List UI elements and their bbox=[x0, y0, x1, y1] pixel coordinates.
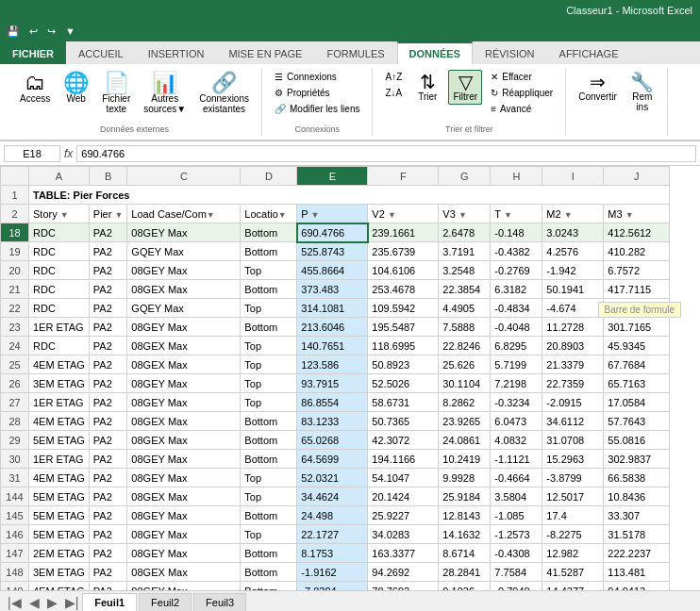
cell-148-1[interactable]: PA2 bbox=[89, 563, 127, 582]
cell-24-6[interactable]: 22.8246 bbox=[439, 337, 491, 355]
cell-21-8[interactable]: 50.1941 bbox=[542, 280, 604, 299]
cell-147-9[interactable]: 222.2237 bbox=[604, 544, 670, 563]
cell-30-0[interactable]: 1ER ETAG bbox=[29, 450, 90, 469]
cell-27-4[interactable]: 86.8554 bbox=[297, 393, 368, 412]
cell-19-1[interactable]: PA2 bbox=[89, 242, 127, 261]
cell-147-0[interactable]: 2EM ETAG bbox=[29, 544, 90, 563]
col-header-F[interactable]: F bbox=[368, 167, 439, 186]
cell-146-2[interactable]: 08GEY Max bbox=[127, 525, 241, 544]
cell-30-4[interactable]: 64.5699 bbox=[297, 450, 368, 469]
cell-22-4[interactable]: 314.1081 bbox=[297, 299, 368, 318]
cell-28-5[interactable]: 50.7365 bbox=[368, 412, 439, 431]
btn-avance[interactable]: ≡ Avancé bbox=[486, 102, 558, 116]
cell-19-6[interactable]: 3.7191 bbox=[439, 242, 491, 261]
cell-19-4[interactable]: 525.8743 bbox=[297, 242, 368, 261]
cell-30-6[interactable]: 10.2419 bbox=[439, 450, 491, 469]
cell-28-8[interactable]: 34.6112 bbox=[542, 412, 604, 431]
cell-31-9[interactable]: 66.5838 bbox=[604, 469, 670, 487]
sheet-nav-prev[interactable]: ◀ bbox=[25, 595, 43, 610]
cell-22-8[interactable]: -4.674 bbox=[542, 299, 604, 318]
header-pier[interactable]: Pier ▼ bbox=[89, 205, 127, 223]
cell-18-0[interactable]: RDC bbox=[29, 223, 90, 242]
tab-miseenpage[interactable]: MISE EN PAGE bbox=[216, 41, 314, 64]
cell-22-7[interactable]: -0.4834 bbox=[491, 299, 542, 318]
btn-filtrer[interactable]: ▽ Filtrer bbox=[448, 70, 482, 105]
cell-23-6[interactable]: 7.5888 bbox=[439, 318, 491, 337]
cell-144-0[interactable]: 5EM ETAG bbox=[29, 487, 90, 506]
cell-27-9[interactable]: 17.0584 bbox=[604, 393, 670, 412]
cell-22-1[interactable]: PA2 bbox=[89, 299, 127, 318]
cell-144-6[interactable]: 25.9184 bbox=[439, 487, 491, 506]
cell-29-2[interactable]: 08GEX Max bbox=[127, 431, 241, 450]
cell-20-1[interactable]: PA2 bbox=[89, 261, 127, 280]
cell-30-2[interactable]: 08GEY Max bbox=[127, 450, 241, 469]
cell-25-2[interactable]: 08GEX Max bbox=[127, 355, 241, 374]
btn-modifier-liens[interactable]: 🔗 Modifier les liens bbox=[270, 102, 364, 116]
cell-148-3[interactable]: Bottom bbox=[241, 563, 297, 582]
cell-146-4[interactable]: 22.1727 bbox=[297, 525, 368, 544]
cell-25-8[interactable]: 21.3379 bbox=[542, 355, 604, 374]
cell-144-7[interactable]: 3.5804 bbox=[491, 487, 542, 506]
cell-24-3[interactable]: Top bbox=[241, 337, 297, 355]
cell-26-5[interactable]: 52.5026 bbox=[368, 374, 439, 393]
cell-18-6[interactable]: 2.6478 bbox=[439, 223, 491, 242]
cell-31-3[interactable]: Top bbox=[241, 469, 297, 487]
header-story[interactable]: Story ▼ bbox=[29, 205, 90, 223]
cell-23-8[interactable]: 11.2728 bbox=[542, 318, 604, 337]
cell-27-3[interactable]: Top bbox=[241, 393, 297, 412]
sheet-nav-next[interactable]: ▶ bbox=[43, 595, 61, 610]
tab-formules[interactable]: FORMULES bbox=[314, 41, 396, 64]
cell-146-9[interactable]: 31.5178 bbox=[604, 525, 670, 544]
cell-18-5[interactable]: 239.1661 bbox=[368, 223, 439, 242]
btn-trier[interactable]: ⇅ Trier bbox=[410, 70, 444, 105]
tab-revision[interactable]: RÉVISION bbox=[473, 41, 547, 64]
qa-undo[interactable]: ↩ bbox=[26, 25, 41, 39]
cell-29-3[interactable]: Bottom bbox=[241, 431, 297, 450]
cell-27-1[interactable]: PA2 bbox=[89, 393, 127, 412]
cell-23-2[interactable]: 08GEY Max bbox=[127, 318, 241, 337]
col-header-G[interactable]: G bbox=[439, 167, 491, 186]
cell-146-6[interactable]: 14.1632 bbox=[439, 525, 491, 544]
cell-27-7[interactable]: -0.3234 bbox=[491, 393, 542, 412]
cell-149-5[interactable]: 78.7692 bbox=[368, 582, 439, 591]
cell-25-0[interactable]: 4EM ETAG bbox=[29, 355, 90, 374]
cell-145-3[interactable]: Bottom bbox=[241, 506, 297, 525]
cell-26-2[interactable]: 08GEY Max bbox=[127, 374, 241, 393]
cell-20-0[interactable]: RDC bbox=[29, 261, 90, 280]
cell-30-1[interactable]: PA2 bbox=[89, 450, 127, 469]
cell-144-4[interactable]: 34.4624 bbox=[297, 487, 368, 506]
cell-144-1[interactable]: PA2 bbox=[89, 487, 127, 506]
cell-145-0[interactable]: 5EM ETAG bbox=[29, 506, 90, 525]
cell-21-4[interactable]: 373.483 bbox=[297, 280, 368, 299]
cell-31-5[interactable]: 54.1047 bbox=[368, 469, 439, 487]
cell-19-3[interactable]: Bottom bbox=[241, 242, 297, 261]
col-header-J[interactable]: J bbox=[604, 167, 670, 186]
cell-30-5[interactable]: 194.1166 bbox=[368, 450, 439, 469]
btn-effacer[interactable]: ✕ Effacer bbox=[486, 70, 558, 84]
cell-31-1[interactable]: PA2 bbox=[89, 469, 127, 487]
tab-donnees[interactable]: DONNÉES bbox=[397, 41, 473, 64]
cell-28-0[interactable]: 4EM ETAG bbox=[29, 412, 90, 431]
btn-convertir[interactable]: ⇒ Convertir bbox=[574, 70, 622, 105]
cell-28-4[interactable]: 83.1233 bbox=[297, 412, 368, 431]
btn-web[interactable]: 🌐 Web bbox=[58, 70, 93, 107]
cell-29-6[interactable]: 24.0861 bbox=[439, 431, 491, 450]
col-header-E[interactable]: E bbox=[297, 167, 368, 186]
cell-148-0[interactable]: 3EM ETAG bbox=[29, 563, 90, 582]
cell-18-7[interactable]: -0.148 bbox=[491, 223, 542, 242]
cell-147-5[interactable]: 163.3377 bbox=[368, 544, 439, 563]
tab-affichage[interactable]: AFFICHAGE bbox=[547, 41, 631, 64]
cell-23-4[interactable]: 213.6046 bbox=[297, 318, 368, 337]
cell-149-3[interactable]: Bottom bbox=[241, 582, 297, 591]
sheet-tab-2[interactable]: Feuil2 bbox=[139, 593, 192, 611]
btn-rem[interactable]: 🔧 Remins bbox=[625, 70, 659, 115]
cell-29-8[interactable]: 31.0708 bbox=[542, 431, 604, 450]
btn-trier-za[interactable]: Z↓A bbox=[380, 86, 407, 100]
cell-147-3[interactable]: Bottom bbox=[241, 544, 297, 563]
cell-22-2[interactable]: GQEY Max bbox=[127, 299, 241, 318]
cell-148-2[interactable]: 08GEX Max bbox=[127, 563, 241, 582]
cell-148-9[interactable]: 113.481 bbox=[604, 563, 670, 582]
cell-19-5[interactable]: 235.6739 bbox=[368, 242, 439, 261]
btn-fichier-texte[interactable]: 📄 Fichiertexte bbox=[97, 70, 135, 117]
col-header-B[interactable]: B bbox=[89, 167, 127, 186]
